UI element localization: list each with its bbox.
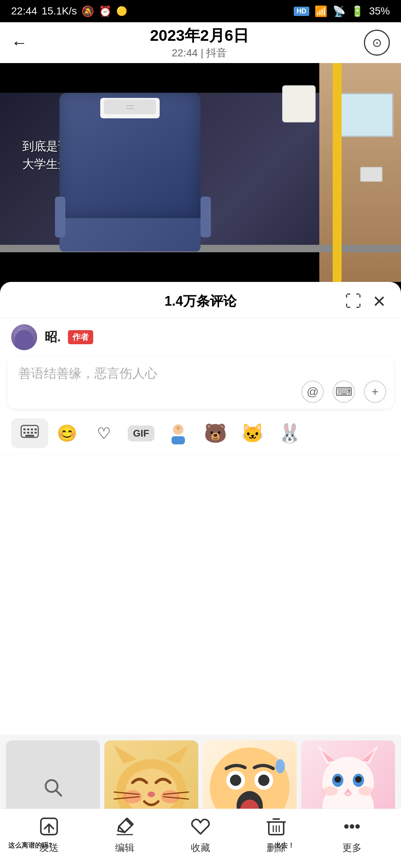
battery-icon: 🔋 bbox=[351, 5, 364, 17]
bear-sticker-icon: 🐻 bbox=[204, 423, 227, 444]
status-right: HD 📶 📡 🔋 35% bbox=[294, 5, 390, 17]
bunny-sticker-icon: 🐰 bbox=[278, 423, 301, 444]
keyboard-tool-icon bbox=[20, 424, 39, 443]
cat-sticker-icon: 🐱 bbox=[241, 423, 264, 444]
svg-point-30 bbox=[258, 775, 269, 786]
comments-count: 1.4万条评论 bbox=[164, 292, 237, 310]
edit-icon bbox=[114, 815, 136, 838]
svg-rect-5 bbox=[23, 432, 26, 434]
favorite-icon bbox=[189, 815, 212, 838]
avatar-sticker-1-icon bbox=[167, 422, 189, 444]
keyboard-button[interactable]: ⌨ bbox=[333, 381, 355, 403]
header-subtitle: 22:44 | 抖音 bbox=[172, 46, 227, 60]
video-background: :::: 到底是谁说的男大学生选D座女 大学生选F座请给我一个解释 bbox=[0, 63, 401, 282]
left-armrest bbox=[55, 197, 65, 237]
keyboard-tool[interactable] bbox=[11, 418, 48, 448]
svg-point-12 bbox=[176, 426, 180, 430]
notification-icon: 🟡 bbox=[116, 6, 127, 16]
more-icon bbox=[341, 815, 363, 838]
seat-cushion bbox=[59, 218, 200, 251]
add-icon: + bbox=[372, 385, 379, 399]
comment-input-box[interactable]: 善语结善缘，恶言伤人心 @ ⌨ + bbox=[7, 356, 394, 409]
emoji-toolbar: 😊 ♡ GIF 🐻 🐱 🐰 bbox=[0, 412, 401, 454]
svg-point-45 bbox=[323, 786, 338, 796]
svg-point-33 bbox=[276, 759, 285, 773]
favorite-action[interactable]: 收藏 bbox=[189, 815, 212, 854]
svg-rect-3 bbox=[31, 428, 33, 430]
window-element bbox=[334, 93, 394, 137]
status-speed: 15.1K/s bbox=[42, 5, 77, 17]
back-button[interactable]: ← bbox=[11, 33, 27, 52]
screen-record-button[interactable]: ⊙ bbox=[364, 30, 390, 56]
edit-label: 编辑 bbox=[115, 841, 134, 854]
right-armrest bbox=[200, 197, 211, 237]
svg-point-29 bbox=[230, 775, 241, 786]
heart-tool[interactable]: ♡ bbox=[85, 418, 123, 448]
emoji-tool-icon: 😊 bbox=[57, 424, 77, 443]
svg-point-46 bbox=[358, 786, 373, 796]
at-icon: @ bbox=[307, 385, 319, 399]
battery-percent: 35% bbox=[369, 5, 390, 17]
author-name: 昭. bbox=[45, 329, 61, 346]
svg-point-166 bbox=[344, 824, 349, 829]
svg-line-14 bbox=[56, 790, 61, 796]
headrest-logo: :::: bbox=[104, 99, 156, 114]
comments-panel: 1.4万条评论 ⛶ ✕ 昭. 作者 善语结善缘，恶言伤人心 @ ⌨ + bbox=[0, 282, 401, 868]
bunny-sticker[interactable]: 🐰 bbox=[271, 418, 308, 448]
keyboard-icon: ⌨ bbox=[335, 385, 352, 399]
bear-sticker[interactable]: 🐻 bbox=[197, 418, 234, 448]
comment-author-row: 昭. 作者 bbox=[0, 318, 401, 350]
svg-point-43 bbox=[355, 776, 362, 783]
seat-back: :::: bbox=[59, 93, 200, 219]
signal-icon: 📶 bbox=[314, 5, 327, 17]
header-date: 2023年2月6日 bbox=[150, 25, 249, 46]
delete-icon bbox=[265, 815, 287, 838]
svg-marker-21 bbox=[165, 745, 189, 764]
svg-rect-6 bbox=[27, 432, 29, 434]
svg-rect-11 bbox=[172, 436, 185, 444]
search-icon bbox=[42, 776, 64, 799]
edit-action[interactable]: 编辑 bbox=[114, 815, 136, 854]
svg-point-167 bbox=[350, 824, 354, 829]
input-action-row: @ ⌨ + bbox=[301, 381, 386, 403]
gif-badge: GIF bbox=[128, 425, 154, 441]
power-outlet bbox=[360, 167, 382, 182]
hd-badge: HD bbox=[294, 7, 309, 16]
expand-comments-button[interactable]: ⛶ bbox=[345, 292, 361, 311]
emoji-tool[interactable]: 😊 bbox=[48, 418, 85, 448]
svg-point-35 bbox=[322, 757, 374, 808]
svg-rect-4 bbox=[35, 428, 37, 430]
screen-record-icon: ⊙ bbox=[372, 36, 382, 50]
comment-placeholder: 善语结善缘，恶言伤人心 bbox=[19, 366, 157, 380]
at-button[interactable]: @ bbox=[301, 381, 324, 403]
avatar-sticker-1[interactable] bbox=[160, 418, 197, 448]
silent-icon: 🔕 bbox=[81, 5, 94, 17]
add-button[interactable]: + bbox=[364, 381, 386, 403]
header-title-block: 2023年2月6日 22:44 | 抖音 bbox=[35, 25, 364, 60]
status-time: 22:44 bbox=[11, 5, 37, 17]
svg-rect-1 bbox=[23, 428, 26, 430]
author-avatar bbox=[11, 324, 37, 350]
status-bar: 22:44 15.1K/s 🔕 ⏰ 🟡 HD 📶 📡 🔋 35% bbox=[0, 0, 401, 22]
favorite-label: 收藏 bbox=[191, 841, 210, 854]
panda-out-label: 出去！ bbox=[274, 841, 294, 850]
svg-rect-2 bbox=[27, 428, 29, 430]
close-comments-button[interactable]: ✕ bbox=[372, 292, 386, 311]
svg-rect-7 bbox=[31, 432, 33, 434]
shelf-item bbox=[282, 85, 316, 122]
wifi-icon: 📡 bbox=[333, 5, 346, 17]
panda-text-label: 这么离谱的吗? bbox=[8, 841, 52, 850]
svg-point-168 bbox=[355, 824, 360, 829]
svg-point-19 bbox=[147, 792, 155, 797]
more-label: 更多 bbox=[342, 841, 362, 854]
sticker-grid: 这么离谱的吗? bbox=[0, 734, 401, 809]
cat-sticker[interactable]: 🐱 bbox=[234, 418, 271, 448]
more-action[interactable]: 更多 bbox=[341, 815, 363, 854]
gif-tool[interactable]: GIF bbox=[123, 418, 160, 448]
status-left: 22:44 15.1K/s 🔕 ⏰ 🟡 bbox=[11, 5, 127, 17]
heart-tool-icon: ♡ bbox=[97, 424, 111, 443]
author-badge: 作者 bbox=[68, 330, 93, 344]
video-area[interactable]: :::: 到底是谁说的男大学生选D座女 大学生选F座请给我一个解释 bbox=[0, 63, 401, 282]
header: ← 2023年2月6日 22:44 | 抖音 ⊙ bbox=[0, 22, 401, 63]
bottom-action-bar: 发送 编辑 收藏 bbox=[0, 809, 401, 868]
